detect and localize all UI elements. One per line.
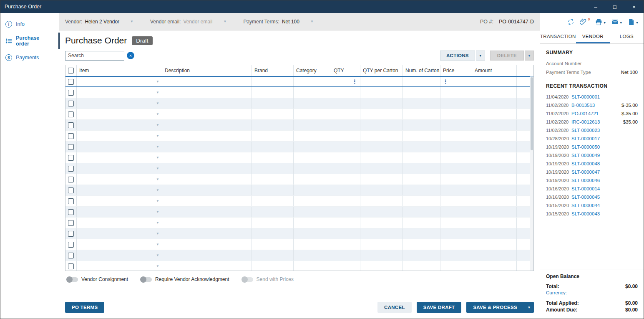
cell[interactable] — [294, 239, 331, 250]
cell[interactable] — [331, 196, 360, 206]
cell[interactable] — [472, 218, 517, 228]
cell[interactable] — [294, 185, 331, 195]
column-header[interactable]: Item — [77, 65, 162, 76]
document-icon[interactable]: ▼ — [628, 18, 639, 25]
cell[interactable] — [403, 261, 440, 271]
toggle-require-vendor-acknowledgment[interactable]: Require Vendor Acknowledgment — [141, 276, 229, 282]
print-dropdown-icon[interactable]: ▼ — [603, 21, 606, 24]
item-cell[interactable]: ▼ — [77, 239, 162, 250]
cell[interactable] — [440, 239, 472, 250]
toggle-switch[interactable] — [67, 277, 78, 282]
save-process-dropdown-icon[interactable]: ▼ — [524, 302, 534, 313]
cell[interactable] — [360, 239, 403, 250]
cell[interactable] — [162, 131, 252, 141]
item-cell[interactable]: ▼ — [77, 77, 162, 86]
sidebar-item-info[interactable]: i Info — [0, 17, 59, 31]
cell[interactable] — [294, 98, 331, 109]
chevron-down-icon[interactable]: ▼ — [156, 101, 159, 105]
cell[interactable] — [294, 174, 331, 185]
row-checkbox[interactable] — [65, 207, 77, 217]
cell[interactable] — [440, 196, 472, 206]
column-header[interactable]: Price — [440, 65, 472, 76]
cell[interactable] — [440, 131, 472, 141]
cell[interactable] — [360, 131, 403, 141]
cell[interactable] — [360, 109, 403, 119]
column-header[interactable]: QTY per Carton — [360, 65, 403, 76]
cell[interactable] — [294, 163, 331, 174]
cell[interactable] — [294, 196, 331, 206]
cell[interactable] — [440, 250, 472, 261]
cell[interactable] — [403, 163, 440, 174]
cell[interactable] — [472, 109, 517, 119]
cell[interactable] — [403, 207, 440, 217]
toggle-vendor-consignment[interactable]: Vendor Consignment — [67, 276, 128, 282]
cell[interactable] — [360, 228, 403, 239]
cell[interactable] — [331, 174, 360, 185]
close-button[interactable]: × — [624, 0, 644, 13]
cell[interactable] — [294, 261, 331, 271]
cell[interactable] — [162, 163, 252, 174]
cell[interactable] — [162, 196, 252, 206]
chevron-down-icon[interactable]: ▼ — [156, 264, 159, 268]
scrollbar-thumb[interactable] — [531, 77, 533, 150]
cell[interactable] — [331, 228, 360, 239]
attachment-icon[interactable]: 0 — [580, 18, 590, 25]
chevron-down-icon[interactable]: ▼ — [156, 123, 159, 127]
transaction-link[interactable]: SLT-0000050 — [571, 144, 600, 149]
cell[interactable] — [331, 185, 360, 195]
cell[interactable] — [252, 196, 294, 206]
cell[interactable] — [294, 77, 331, 86]
cell[interactable] — [331, 239, 360, 250]
delete-dropdown-icon[interactable]: ▼ — [525, 51, 534, 61]
cell[interactable] — [440, 98, 472, 109]
price-options-icon[interactable]: ⋮ — [443, 78, 448, 85]
cell[interactable] — [440, 228, 472, 239]
cell[interactable] — [294, 207, 331, 217]
transaction-link[interactable]: SLT-0000045 — [571, 195, 600, 200]
qty-options-icon[interactable]: ⋮ — [352, 78, 357, 85]
row-checkbox[interactable] — [65, 109, 77, 119]
chevron-down-icon[interactable]: ▼ — [156, 80, 159, 84]
cell[interactable] — [472, 250, 517, 261]
tab-logs[interactable]: LOGS — [610, 30, 644, 43]
cell[interactable] — [162, 152, 252, 163]
tab-transaction[interactable]: TRANSACTION — [540, 30, 576, 43]
cell[interactable] — [252, 228, 294, 239]
cell[interactable] — [331, 120, 360, 130]
cell[interactable] — [472, 98, 517, 109]
row-checkbox[interactable] — [65, 87, 77, 98]
cell[interactable] — [331, 109, 360, 119]
cell[interactable] — [403, 185, 440, 195]
cell[interactable] — [360, 250, 403, 261]
row-checkbox[interactable] — [65, 120, 77, 130]
cell[interactable] — [440, 152, 472, 163]
row-checkbox[interactable] — [65, 152, 77, 163]
cell[interactable] — [403, 120, 440, 130]
cell[interactable] — [472, 152, 517, 163]
chevron-down-icon[interactable]: ▼ — [156, 221, 159, 225]
cell[interactable] — [162, 77, 252, 86]
cell[interactable] — [360, 163, 403, 174]
cell[interactable] — [472, 77, 517, 86]
save-process-button[interactable]: SAVE & PROCESS — [466, 302, 524, 313]
cell[interactable] — [472, 163, 517, 174]
cell[interactable] — [403, 239, 440, 250]
cell[interactable] — [252, 185, 294, 195]
item-cell[interactable]: ▼ — [77, 207, 162, 217]
refresh-icon[interactable] — [567, 18, 574, 25]
cell[interactable] — [360, 98, 403, 109]
chevron-down-icon[interactable]: ▼ — [156, 210, 159, 214]
row-checkbox[interactable] — [65, 174, 77, 185]
chevron-down-icon[interactable]: ▼ — [156, 112, 159, 116]
cell[interactable] — [403, 228, 440, 239]
cell[interactable] — [252, 109, 294, 119]
vendor-email-select[interactable]: Vendor email: Vendor email ▼ — [150, 19, 226, 25]
cell[interactable] — [294, 131, 331, 141]
cell[interactable] — [162, 207, 252, 217]
cell[interactable] — [472, 261, 517, 271]
column-header[interactable]: Num. of Carton — [403, 65, 440, 76]
cell[interactable] — [252, 250, 294, 261]
minimize-button[interactable]: – — [586, 0, 605, 13]
cell[interactable] — [440, 185, 472, 195]
transaction-link[interactable]: SLT-0000023 — [571, 128, 600, 133]
